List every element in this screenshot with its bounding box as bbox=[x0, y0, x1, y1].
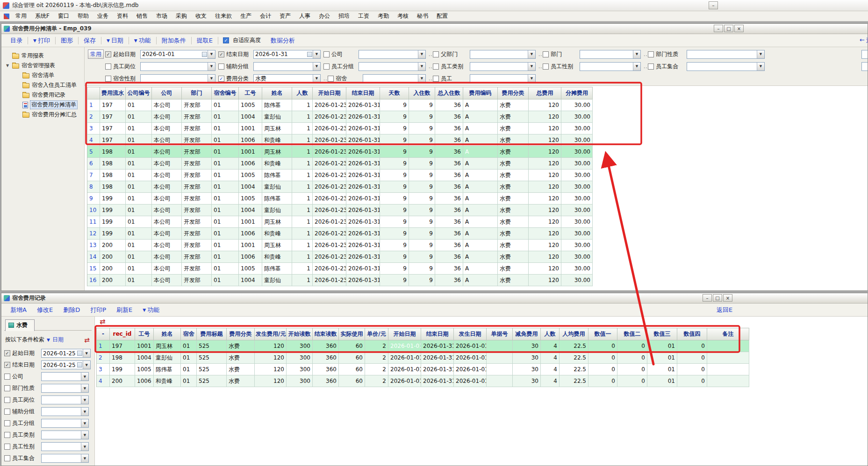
grid-cell[interactable]: 01 bbox=[126, 275, 152, 286]
grid-header-cell-单据号[interactable]: 单据号 bbox=[487, 328, 513, 340]
grid-header-cell-实际使用[interactable]: 实际使用 bbox=[339, 328, 365, 340]
toolbar-button-目录[interactable]: 目录 bbox=[5, 36, 28, 45]
grid-cell[interactable]: 300 bbox=[287, 340, 313, 352]
grid-cell[interactable]: 36 bbox=[435, 158, 463, 169]
grid-cell[interactable]: 1006 bbox=[135, 375, 154, 387]
grid-cell[interactable]: 30 bbox=[513, 340, 541, 352]
row-number[interactable]: 4 bbox=[97, 375, 110, 387]
grid-header-cell-费用编码[interactable]: 费用编码 bbox=[463, 87, 498, 99]
row-number[interactable]: 15 bbox=[87, 263, 100, 275]
grid-cell[interactable]: 30.00 bbox=[561, 123, 593, 134]
dropdown-arrow-icon[interactable]: ▼ bbox=[313, 63, 320, 71]
grid-header-cell-减免费用[interactable]: 减免费用 bbox=[513, 328, 541, 340]
checkbox-员工分组[interactable] bbox=[323, 64, 330, 70]
dropdown-arrow-icon[interactable]: ▼ bbox=[528, 63, 535, 71]
grid-cell[interactable]: 2026-01-01 bbox=[388, 352, 421, 364]
row-number[interactable]: 12 bbox=[87, 228, 100, 240]
grid-cell[interactable]: 199 bbox=[100, 193, 126, 205]
checkbox-父部门[interactable] bbox=[433, 51, 439, 57]
checkbox-员工[interactable] bbox=[433, 76, 439, 82]
combobox-clipped[interactable] bbox=[861, 62, 868, 71]
menu-item-生产[interactable]: 生产 bbox=[236, 12, 256, 20]
grid-row[interactable]: 11971001周玉林01525水费1203003606022026-01-01… bbox=[97, 340, 749, 352]
data-analysis-button[interactable]: 数据分析 bbox=[265, 36, 300, 45]
menu-item-工资[interactable]: 工资 bbox=[354, 12, 373, 20]
grid-row[interactable]: 1119901本公司开发部011001周玉林12026-01-232026-01… bbox=[87, 216, 593, 228]
grid-cell[interactable]: 1 bbox=[292, 99, 313, 111]
grid-cell[interactable]: 22.5 bbox=[560, 352, 588, 364]
grid-cell[interactable]: 0 bbox=[588, 340, 617, 352]
grid-cell[interactable]: A bbox=[463, 275, 498, 286]
grid-cell[interactable]: 30.00 bbox=[561, 240, 593, 251]
grid-header-cell-rec_id[interactable]: rec_id bbox=[110, 328, 135, 340]
grid-cell[interactable]: 198 bbox=[100, 146, 126, 158]
combobox-宿舍[interactable]: ▼ bbox=[363, 74, 426, 83]
grid-header-cell-入住数[interactable]: 入住数 bbox=[409, 87, 435, 99]
grid-cell[interactable]: 01 bbox=[126, 99, 152, 111]
grid-cell[interactable]: 和贵峰 bbox=[262, 158, 292, 169]
grid-cell[interactable]: 01 bbox=[647, 340, 677, 352]
grid-cell[interactable]: 2026-01-31 bbox=[346, 111, 380, 123]
grid-cell[interactable]: 9 bbox=[380, 158, 409, 169]
grid-cell[interactable]: 0 bbox=[588, 352, 617, 364]
grid-cell[interactable]: 1 bbox=[292, 181, 313, 193]
grid-cell[interactable]: 2026-01-01 bbox=[454, 364, 487, 375]
grid-cell[interactable]: 1001 bbox=[135, 340, 154, 352]
grid-cell[interactable]: 120 bbox=[255, 375, 287, 387]
minimize-button[interactable]: – bbox=[714, 25, 723, 32]
grid-cell[interactable]: 200 bbox=[100, 251, 126, 263]
grid-header-cell-费用流水[interactable]: 费用流水 bbox=[100, 87, 126, 99]
grid-cell[interactable]: 2026-01-31 bbox=[346, 263, 380, 275]
checkbox-公司[interactable] bbox=[4, 374, 10, 380]
menu-item-考核[interactable]: 考核 bbox=[393, 12, 413, 20]
combobox-公司[interactable]: ▼ bbox=[359, 50, 426, 59]
toolbar-button-日期[interactable]: ▼日期 bbox=[101, 36, 129, 45]
grid-cell[interactable]: 本公司 bbox=[152, 275, 182, 286]
grid-cell[interactable]: 4 bbox=[541, 364, 560, 375]
grid-cell[interactable]: 2026-01-31 bbox=[346, 99, 380, 111]
combobox-员工类别[interactable]: ▼ bbox=[41, 431, 89, 439]
dropdown-arrow-icon[interactable]: ▼ bbox=[81, 443, 88, 451]
grid-cell[interactable]: 陈伟基 bbox=[262, 169, 292, 181]
checkbox-员工性别[interactable] bbox=[543, 64, 549, 70]
grid-header-cell-宿舍编号[interactable]: 宿舍编号 bbox=[212, 87, 239, 99]
grid-cell[interactable]: 198 bbox=[100, 158, 126, 169]
grid-header-cell-姓名[interactable]: 姓名 bbox=[154, 328, 181, 340]
combobox-部门性质[interactable]: ▼ bbox=[687, 50, 765, 59]
grid-cell[interactable]: 2 bbox=[365, 340, 388, 352]
grid-cell[interactable]: 开发部 bbox=[182, 146, 212, 158]
grid-cell[interactable] bbox=[487, 352, 513, 364]
grid-cell[interactable]: 1006 bbox=[239, 158, 262, 169]
grid-cell[interactable]: 300 bbox=[287, 352, 313, 364]
grid-cell[interactable]: 0 bbox=[677, 352, 707, 364]
grid-cell[interactable]: A bbox=[463, 216, 498, 228]
grid-row[interactable]: 419701本公司开发部011006和贵峰12026-01-232026-01-… bbox=[87, 134, 593, 146]
menu-item-帮助[interactable]: 帮助 bbox=[73, 12, 93, 20]
grid-row[interactable]: 119701本公司开发部011005陈伟基12026-01-232026-01-… bbox=[87, 99, 593, 111]
dropdown-arrow-icon[interactable]: ▼ bbox=[81, 408, 88, 416]
grid-cell[interactable]: 30 bbox=[513, 375, 541, 387]
menu-item-资料[interactable]: 资料 bbox=[113, 12, 132, 20]
dropdown-arrow-icon[interactable]: ▼ bbox=[83, 349, 90, 357]
grid-header-cell-发生日期[interactable]: 发生日期 bbox=[454, 328, 487, 340]
swap-icon[interactable]: ⇄ bbox=[100, 318, 106, 326]
checkbox-公司[interactable] bbox=[323, 51, 330, 57]
dropdown-arrow-icon[interactable]: ▼ bbox=[81, 396, 88, 404]
grid-cell[interactable]: 198 bbox=[110, 352, 135, 364]
grid-cell[interactable]: 2026-01-23 bbox=[313, 169, 346, 181]
grid-cell[interactable]: 525 bbox=[197, 364, 227, 375]
grid-cell[interactable]: 水费 bbox=[498, 205, 529, 216]
grid-cell[interactable]: 1004 bbox=[135, 352, 154, 364]
grid-cell[interactable]: 2026-01-31 bbox=[346, 228, 380, 240]
grid-cell[interactable]: 01 bbox=[126, 240, 152, 251]
dropdown-arrow-icon[interactable]: ▼ bbox=[81, 419, 88, 427]
grid-cell[interactable]: 01 bbox=[181, 375, 197, 387]
grid-cell[interactable]: 525 bbox=[197, 340, 227, 352]
grid-cell[interactable]: 199 bbox=[100, 216, 126, 228]
combobox-员工岗位[interactable]: ▼ bbox=[140, 62, 215, 71]
grid-cell[interactable]: 1 bbox=[292, 169, 313, 181]
grid-cell[interactable]: 2026-01-01 bbox=[454, 352, 487, 364]
dropdown-arrow-icon[interactable]: ▼ bbox=[81, 384, 88, 392]
grid-cell[interactable]: A bbox=[463, 240, 498, 251]
grid-cell[interactable]: 01 bbox=[212, 275, 239, 286]
